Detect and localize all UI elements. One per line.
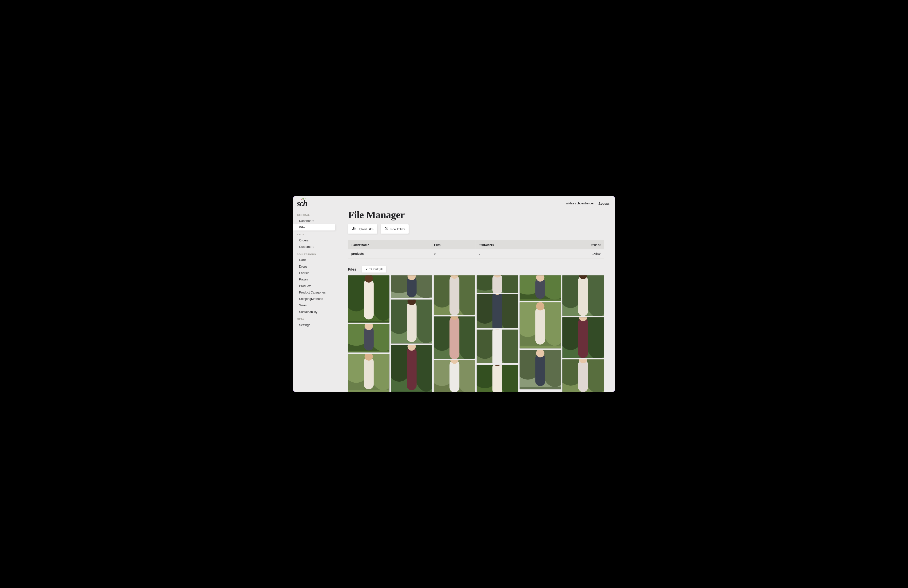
svg-rect-75: [493, 365, 502, 392]
sidebar-item-sustainability[interactable]: Sustainability: [293, 309, 337, 315]
image-thumbnail[interactable]: [348, 275, 390, 323]
new-folder-button[interactable]: New Folder: [381, 224, 409, 234]
sidebar-item-pages[interactable]: Pages: [293, 276, 337, 283]
sidebar-group-label: SHOP: [293, 230, 337, 237]
col-folder-name: Folder name: [348, 240, 431, 249]
svg-rect-45: [449, 316, 459, 359]
svg-rect-11: [348, 351, 390, 353]
topbar: sch niklas schoenberger Logout: [293, 196, 615, 208]
svg-rect-17: [348, 390, 390, 392]
svg-point-88: [536, 302, 544, 310]
svg-rect-15: [364, 357, 374, 389]
sidebar-group-label: META: [293, 315, 337, 322]
sidebar-item-sizes[interactable]: Sizes: [293, 302, 337, 309]
image-thumbnail[interactable]: [520, 302, 561, 348]
sidebar-item-fabrics[interactable]: Fabrics: [293, 270, 337, 276]
action-row: Upload Files New Folder: [348, 224, 604, 234]
files-header: Files Select multiple: [348, 266, 604, 272]
svg-rect-99: [578, 276, 588, 316]
svg-rect-95: [520, 387, 561, 389]
sidebar-group-label: GENERAL: [293, 211, 337, 217]
sidebar-item-shippingmethods[interactable]: ShippingMethods: [293, 296, 337, 302]
sidebar-item-files[interactable]: Files: [293, 224, 335, 230]
svg-rect-63: [493, 294, 502, 328]
main-content: File Manager Upload Files New Folder: [337, 208, 615, 392]
image-thumbnail[interactable]: [477, 330, 518, 363]
sidebar: GENERALDashboardFilesSHOPOrdersCustomers…: [293, 208, 337, 392]
page-title: File Manager: [348, 209, 604, 221]
current-user: niklas schoenberger: [566, 202, 594, 205]
svg-rect-5: [348, 321, 390, 323]
col-subfolders: Subfolders: [475, 240, 549, 249]
sidebar-item-care[interactable]: Care: [293, 257, 337, 263]
upload-icon: [352, 227, 356, 231]
svg-rect-29: [391, 343, 432, 344]
image-thumbnail[interactable]: [562, 359, 604, 392]
image-thumbnail[interactable]: [562, 317, 604, 358]
files-count-cell: 0: [431, 249, 475, 258]
sidebar-group-label: COLLECTIONS: [293, 250, 337, 257]
image-thumbnail[interactable]: [477, 365, 518, 392]
files-section-label: Files: [348, 267, 356, 271]
svg-rect-111: [578, 360, 588, 392]
image-gallery: [348, 275, 604, 392]
svg-rect-69: [493, 330, 502, 363]
upload-files-label: Upload Files: [357, 227, 374, 231]
svg-rect-51: [449, 360, 459, 392]
image-thumbnail[interactable]: [348, 324, 390, 353]
image-thumbnail[interactable]: [434, 275, 475, 315]
image-thumbnail[interactable]: [434, 316, 475, 359]
svg-rect-83: [520, 300, 561, 301]
svg-rect-87: [535, 307, 545, 345]
svg-rect-89: [520, 346, 561, 348]
col-actions: actions: [549, 240, 604, 249]
sidebar-item-orders[interactable]: Orders: [293, 237, 337, 243]
col-files: Files: [431, 240, 475, 249]
image-thumbnail[interactable]: [477, 275, 518, 293]
image-thumbnail[interactable]: [562, 275, 604, 316]
sidebar-item-drops[interactable]: Drops: [293, 263, 337, 269]
sidebar-item-customers[interactable]: Customers: [293, 244, 337, 250]
image-thumbnail[interactable]: [520, 350, 561, 389]
delete-link[interactable]: Delete: [592, 252, 601, 256]
image-thumbnail[interactable]: [391, 345, 432, 392]
svg-rect-105: [578, 318, 588, 358]
image-thumbnail[interactable]: [477, 294, 518, 328]
subfolders-count-cell: 9: [475, 249, 549, 258]
image-thumbnail[interactable]: [520, 275, 561, 301]
select-multiple-button[interactable]: Select multiple: [362, 266, 386, 272]
image-thumbnail[interactable]: [348, 354, 390, 392]
brand-logo[interactable]: sch: [297, 199, 307, 208]
user-area: niklas schoenberger Logout: [566, 201, 609, 205]
new-folder-label: New Folder: [390, 227, 405, 231]
table-row[interactable]: products09Delete: [348, 249, 604, 258]
folder-table: Folder name Files Subfolders actions pro…: [348, 240, 604, 258]
logout-button[interactable]: Logout: [599, 201, 609, 205]
sidebar-item-settings[interactable]: Settings: [293, 322, 337, 328]
svg-rect-57: [493, 275, 502, 293]
image-thumbnail[interactable]: [391, 300, 432, 344]
svg-rect-35: [391, 391, 432, 392]
sidebar-item-products[interactable]: Products: [293, 283, 337, 289]
sidebar-item-product-categories[interactable]: Product Categories: [293, 289, 337, 295]
svg-rect-93: [535, 354, 545, 386]
image-thumbnail[interactable]: [391, 275, 432, 298]
image-thumbnail[interactable]: [434, 360, 475, 392]
svg-rect-39: [449, 275, 459, 315]
upload-files-button[interactable]: Upload Files: [348, 224, 377, 234]
folder-plus-icon: [385, 227, 388, 231]
folder-name-cell[interactable]: products: [348, 249, 431, 258]
app-window: sch niklas schoenberger Logout GENERALDa…: [293, 196, 615, 392]
svg-rect-27: [407, 302, 417, 342]
svg-rect-3: [364, 279, 374, 319]
svg-rect-33: [407, 347, 417, 390]
sidebar-item-dashboard[interactable]: Dashboard: [293, 217, 337, 224]
